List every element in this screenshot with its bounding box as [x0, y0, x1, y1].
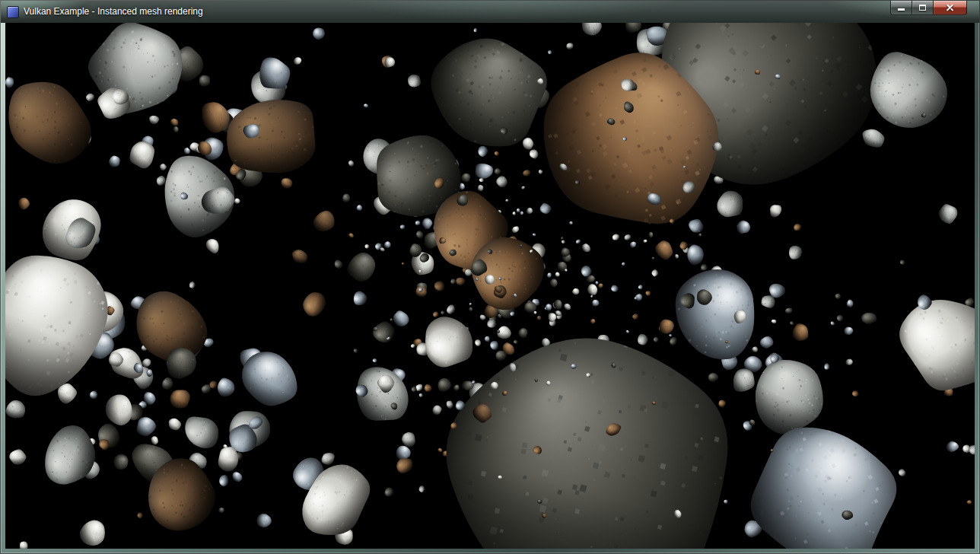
- maximize-icon: [919, 5, 926, 11]
- app-window: Vulkan Example - Instanced mesh renderin…: [0, 0, 980, 554]
- caption-buttons: [891, 1, 967, 15]
- minimize-icon: [898, 8, 905, 11]
- minimize-button[interactable]: [890, 1, 912, 15]
- maximize-button[interactable]: [912, 1, 934, 15]
- close-button[interactable]: [933, 1, 967, 15]
- render-viewport[interactable]: [5, 23, 975, 549]
- titlebar[interactable]: Vulkan Example - Instanced mesh renderin…: [1, 1, 979, 23]
- close-icon: [946, 4, 954, 12]
- vulkan-app-icon[interactable]: [7, 6, 19, 18]
- window-title: Vulkan Example - Instanced mesh renderin…: [24, 1, 203, 23]
- render-area: [5, 23, 975, 549]
